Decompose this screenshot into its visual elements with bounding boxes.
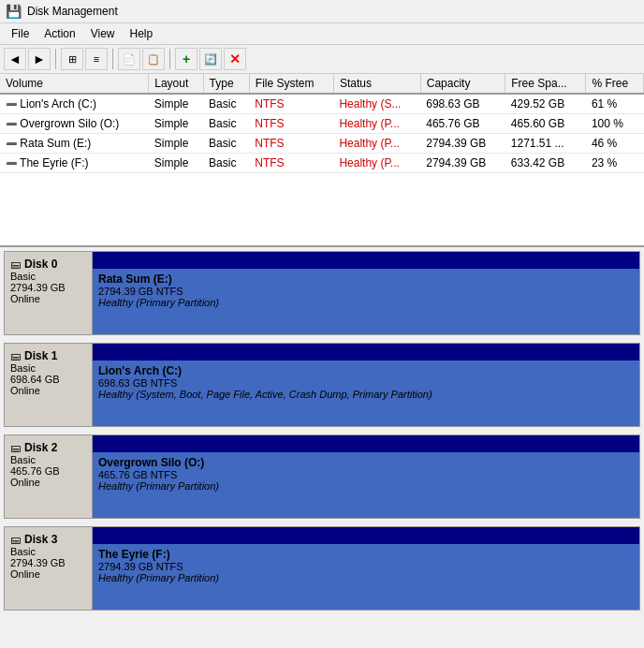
partition-name: Rata Sum (E:) <box>98 272 634 286</box>
disk-header-bar <box>93 252 639 269</box>
doc2-button[interactable]: 📋 <box>142 48 165 70</box>
disk-header-bar <box>93 344 639 361</box>
disk-row: 🖴 Disk 1 Basic 698.64 GB Online Lion's A… <box>4 343 640 427</box>
partition-name: The Eyrie (F:) <box>98 548 634 561</box>
table-row[interactable]: ➖ Overgrown Silo (O:) Simple Basic NTFS … <box>0 114 644 134</box>
partition-status: Healthy (Primary Partition) <box>98 572 634 583</box>
cell-layout: Simple <box>149 114 203 134</box>
cell-freespace: 633.42 GB <box>505 154 586 173</box>
cell-type: Basic <box>203 154 249 173</box>
view2-button[interactable]: ≡ <box>85 48 108 70</box>
col-filesystem: File System <box>249 74 333 94</box>
disk-type: Basic <box>10 454 86 465</box>
cell-volume: ➖ Rata Sum (E:) <box>0 134 149 154</box>
disk-status: Online <box>10 293 86 304</box>
cell-percentfree: 23 % <box>586 154 644 173</box>
cell-capacity: 465.76 GB <box>420 114 505 134</box>
table-row[interactable]: ➖ Lion's Arch (C:) Simple Basic NTFS Hea… <box>0 94 644 114</box>
partition-status: Healthy (System, Boot, Page File, Active… <box>98 389 634 400</box>
menu-help[interactable]: Help <box>123 25 161 42</box>
doc1-button[interactable]: 📄 <box>118 48 140 70</box>
disk-status: Online <box>10 385 86 396</box>
disk-icon: 🖴 <box>10 534 21 545</box>
disk-partition[interactable]: Lion's Arch (C:) 698.63 GB NTFS Healthy … <box>93 361 639 426</box>
separator-2 <box>112 49 113 69</box>
cell-percentfree: 61 % <box>586 94 644 114</box>
disk-label: 🖴 Disk 0 Basic 2794.39 GB Online <box>4 251 93 335</box>
disk-status: Online <box>10 568 86 580</box>
cell-filesystem: NTFS <box>249 154 333 173</box>
cell-freespace: 465.60 GB <box>505 114 586 134</box>
disk-label: 🖴 Disk 3 Basic 2794.39 GB Online <box>4 526 93 611</box>
remove-button[interactable]: ✕ <box>224 48 246 70</box>
disk-partition-area: Overgrown Silo (O:) 465.76 GB NTFS Healt… <box>93 434 640 519</box>
disk-partition-area: Lion's Arch (C:) 698.63 GB NTFS Healthy … <box>93 343 640 427</box>
separator-3 <box>169 49 170 69</box>
toolbar: ◄ ► ⊞ ≡ 📄 📋 + 🔄 ✕ <box>0 45 644 74</box>
disk-icon: 🖴 <box>10 258 21 270</box>
disk-icon: 🖴 <box>10 350 21 361</box>
cell-layout: Simple <box>149 94 203 114</box>
col-status: Status <box>333 74 420 94</box>
disk-size: 2794.39 GB <box>10 557 86 568</box>
cell-volume: ➖ Lion's Arch (C:) <box>0 94 149 114</box>
col-type: Type <box>203 74 249 94</box>
cell-filesystem: NTFS <box>249 114 333 134</box>
menu-file[interactable]: File <box>4 25 37 42</box>
app-icon: 💾 <box>6 4 22 19</box>
cell-freespace: 1271.51 ... <box>505 134 586 154</box>
table-row[interactable]: ➖ The Eyrie (F:) Simple Basic NTFS Healt… <box>0 154 644 173</box>
disk-partition-area: The Eyrie (F:) 2794.39 GB NTFS Healthy (… <box>93 526 640 611</box>
col-volume: Volume <box>0 74 149 94</box>
disk-partition-area: Rata Sum (E:) 2794.39 GB NTFS Healthy (P… <box>93 251 640 335</box>
add-button[interactable]: + <box>175 48 198 70</box>
disk-size: 698.64 GB <box>10 374 86 385</box>
cell-status: Healthy (P... <box>333 114 420 134</box>
menu-view[interactable]: View <box>83 25 123 42</box>
cell-capacity: 698.63 GB <box>420 94 505 114</box>
col-percentfree: % Free <box>586 74 644 94</box>
partition-size: 698.63 GB NTFS <box>98 377 634 389</box>
cell-filesystem: NTFS <box>249 134 333 154</box>
cell-volume: ➖ Overgrown Silo (O:) <box>0 114 149 134</box>
cell-type: Basic <box>203 114 249 134</box>
app-title: Disk Management <box>27 5 118 18</box>
disk-size: 2794.39 GB <box>10 282 86 293</box>
disk-label: 🖴 Disk 1 Basic 698.64 GB Online <box>4 343 93 427</box>
col-freespace: Free Spa... <box>505 74 586 94</box>
title-bar: 💾 Disk Management <box>0 0 644 23</box>
menu-action[interactable]: Action <box>37 25 82 42</box>
disk-view-area: 🖴 Disk 0 Basic 2794.39 GB Online Rata Su… <box>0 247 644 648</box>
disk-header-bar <box>93 435 639 452</box>
volume-table-area: Volume Layout Type File System Status Ca… <box>0 74 644 247</box>
cell-volume: ➖ The Eyrie (F:) <box>0 154 149 173</box>
disk-type: Basic <box>10 271 86 282</box>
back-button[interactable]: ◄ <box>4 48 26 70</box>
volume-table: Volume Layout Type File System Status Ca… <box>0 74 644 173</box>
table-header-row: Volume Layout Type File System Status Ca… <box>0 74 644 94</box>
cell-layout: Simple <box>149 134 203 154</box>
disk-label: 🖴 Disk 2 Basic 465.76 GB Online <box>4 434 93 519</box>
disk-status: Online <box>10 477 86 488</box>
disk-type: Basic <box>10 546 86 557</box>
disk-partition[interactable]: Rata Sum (E:) 2794.39 GB NTFS Healthy (P… <box>93 269 639 334</box>
forward-button[interactable]: ► <box>28 48 51 70</box>
cell-freespace: 429.52 GB <box>505 94 586 114</box>
disk-row: 🖴 Disk 0 Basic 2794.39 GB Online Rata Su… <box>4 251 640 335</box>
disk-partition[interactable]: The Eyrie (F:) 2794.39 GB NTFS Healthy (… <box>93 544 639 610</box>
refresh-button[interactable]: 🔄 <box>199 48 222 70</box>
cell-layout: Simple <box>149 154 203 173</box>
cell-status: Healthy (S... <box>333 94 420 114</box>
menu-bar: File Action View Help <box>0 23 644 45</box>
cell-type: Basic <box>203 94 249 114</box>
disk-partition[interactable]: Overgrown Silo (O:) 465.76 GB NTFS Healt… <box>93 452 639 518</box>
partition-name: Overgrown Silo (O:) <box>98 456 634 469</box>
separator-1 <box>55 49 56 69</box>
partition-size: 465.76 GB NTFS <box>98 469 634 480</box>
partition-size: 2794.39 GB NTFS <box>98 561 634 572</box>
table-row[interactable]: ➖ Rata Sum (E:) Simple Basic NTFS Health… <box>0 134 644 154</box>
view1-button[interactable]: ⊞ <box>61 48 83 70</box>
disk-icon: 🖴 <box>10 442 21 453</box>
cell-filesystem: NTFS <box>249 94 333 114</box>
disk-type: Basic <box>10 362 86 374</box>
